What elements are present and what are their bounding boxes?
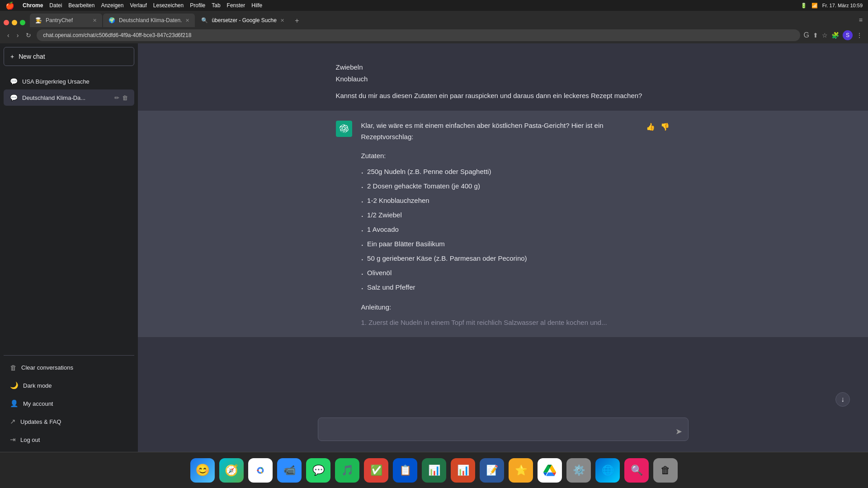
- chat-item-usa[interactable]: 💬 USA Bürgerkrieg Ursache: [4, 73, 134, 89]
- url-text: chat.openai.com/chat/c506dfd6-4f9a-40ff-…: [43, 32, 191, 38]
- external-link-icon: ↗: [10, 418, 16, 426]
- logout-button[interactable]: ⇥ Log out: [4, 431, 134, 448]
- tab-close-2[interactable]: ✕: [185, 18, 189, 23]
- ingredient-6: Ein paar Blätter Basilikum: [361, 238, 636, 251]
- thumbs-up-button[interactable]: 👍: [645, 122, 656, 132]
- tab-favicon-3: 🔍: [201, 17, 208, 23]
- dock-search[interactable]: 🔍: [624, 458, 649, 483]
- main-area: + New chat 💬 USA Bürgerkrieg Ursache 💬 D…: [0, 43, 868, 452]
- menu-tab[interactable]: Tab: [212, 2, 220, 9]
- window-minimize[interactable]: [12, 20, 17, 25]
- chat-area: Zwiebeln Knoblauch Kannst du mir aus die…: [138, 43, 868, 452]
- dock-browser2[interactable]: 🌐: [595, 458, 620, 483]
- chat-messages: Zwiebeln Knoblauch Kannst du mir aus die…: [138, 43, 868, 412]
- my-account-button[interactable]: 👤 My account: [4, 395, 134, 412]
- tab-label-1: PantryChef: [46, 17, 89, 23]
- anleitung-header: Anleitung:: [361, 301, 636, 313]
- menu-hilfe[interactable]: Hilfe: [251, 2, 262, 9]
- tab-expand-icon[interactable]: ≡: [857, 14, 864, 25]
- window-close[interactable]: [4, 20, 9, 25]
- dock-spotify[interactable]: 🎵: [335, 458, 359, 483]
- scroll-down-button[interactable]: ↓: [835, 392, 850, 407]
- menu-lesezeichen[interactable]: Lesezeichen: [153, 2, 184, 9]
- dock-trello[interactable]: 📋: [393, 458, 417, 483]
- dock-chrome[interactable]: [248, 458, 273, 483]
- new-tab-button[interactable]: +: [291, 14, 303, 27]
- menu-profile[interactable]: Profile: [190, 2, 205, 9]
- menu-datei[interactable]: Datei: [49, 2, 62, 9]
- ingredient-1: 250g Nudeln (z.B. Penne oder Spaghetti): [361, 166, 636, 178]
- tab-close-3[interactable]: ✕: [280, 18, 284, 23]
- thumbs-down-button[interactable]: 👎: [660, 122, 670, 132]
- menu-app-name[interactable]: Chrome: [23, 2, 43, 9]
- zutaten-header: Zutaten:: [361, 150, 636, 162]
- ingredient-2: 2 Dosen gehackte Tomaten (je 400 g): [361, 180, 636, 193]
- browser-chrome: 🧑‍🍳 PantryChef ✕ 🌍 Deutschland Klima-Dat…: [0, 11, 868, 43]
- clear-conversations-button[interactable]: 🗑 Clear conversations: [4, 359, 134, 376]
- dock-noteplan[interactable]: ⭐: [509, 458, 533, 483]
- send-button[interactable]: ➤: [675, 427, 682, 436]
- logout-icon: ⇥: [10, 436, 16, 444]
- tab-close-1[interactable]: ✕: [93, 18, 97, 23]
- dock-safari[interactable]: 🧭: [219, 458, 244, 483]
- tab-pantrychef[interactable]: 🧑‍🍳 PantryChef ✕: [30, 14, 102, 27]
- url-bar[interactable]: chat.openai.com/chat/c506dfd6-4f9a-40ff-…: [37, 29, 800, 41]
- tab-favicon-1: 🧑‍🍳: [35, 17, 42, 23]
- more-options-icon[interactable]: ⋮: [856, 32, 863, 39]
- svg-point-1: [259, 469, 262, 472]
- my-account-label: My account: [23, 400, 53, 407]
- dock-settings[interactable]: ⚙️: [566, 458, 591, 483]
- dock-powerpoint[interactable]: 📊: [451, 458, 475, 483]
- menu-verlauf[interactable]: Verlauf: [130, 2, 146, 9]
- apple-menu-icon[interactable]: 🍎: [5, 1, 14, 10]
- chat-item-deutschland[interactable]: 💬 Deutschland Klima-Da... ✏ 🗑: [4, 89, 134, 106]
- chat-bubble-icon-2: 💬: [10, 94, 18, 101]
- menu-bearbeiten[interactable]: Bearbeiten: [68, 2, 94, 9]
- google-icon[interactable]: G: [804, 31, 809, 39]
- user-icon: 👤: [10, 399, 19, 408]
- delete-chat-button[interactable]: 🗑: [122, 94, 128, 101]
- dock-whatsapp[interactable]: 💬: [306, 458, 330, 483]
- anleitung-text: 1. Zuerst die Nudeln in einem Topf mit r…: [361, 317, 636, 328]
- datetime: Fr. 17. März 10:59: [822, 3, 863, 8]
- tab-uebersetzer[interactable]: 🔍 übersetzer - Google Suche ✕: [196, 14, 289, 27]
- tab-deutschland[interactable]: 🌍 Deutschland Klima-Daten. ✕: [103, 14, 195, 27]
- sidebar: + New chat 💬 USA Bürgerkrieg Ursache 💬 D…: [0, 43, 138, 452]
- user-text-zwiebeln: Zwiebeln: [336, 61, 670, 73]
- back-button[interactable]: ‹: [5, 30, 11, 41]
- new-chat-label: New chat: [19, 53, 45, 60]
- bookmark-icon[interactable]: ☆: [822, 32, 828, 39]
- dock-excel[interactable]: 📊: [422, 458, 446, 483]
- extensions-icon[interactable]: 🧩: [831, 32, 839, 39]
- dock-todoist[interactable]: ✅: [364, 458, 388, 483]
- dock-zoom[interactable]: 📹: [277, 458, 302, 483]
- forward-button[interactable]: ›: [15, 30, 21, 41]
- updates-faq-button[interactable]: ↗ Updates & FAQ: [4, 413, 134, 430]
- clear-conversations-label: Clear conversations: [21, 364, 73, 371]
- user-text-question: Kannst du mir aus diesen Zutaten ein paa…: [336, 90, 670, 102]
- edit-chat-button[interactable]: ✏: [114, 94, 119, 101]
- menu-fenster[interactable]: Fenster: [227, 2, 245, 9]
- moon-icon: 🌙: [10, 381, 19, 389]
- user-text-knoblauch: Knoblauch: [336, 73, 670, 85]
- ingredient-7: 50 g geriebener Käse (z.B. Parmesan oder…: [361, 253, 636, 265]
- dock-finder[interactable]: 😊: [190, 458, 215, 483]
- window-maximize[interactable]: [20, 20, 25, 25]
- dock-drive[interactable]: [538, 458, 562, 483]
- ingredient-3: 1-2 Knoblauchzehen: [361, 195, 636, 207]
- dock-bar: 😊 🧭 📹 💬 🎵 ✅ 📋 📊 📊 📝 ⭐ ⚙️ 🌐 🔍 🗑: [0, 452, 868, 488]
- sidebar-bottom: 🗑 Clear conversations 🌙 Dark mode 👤 My a…: [4, 355, 134, 448]
- menu-anzeigen[interactable]: Anzeigen: [101, 2, 123, 9]
- assistant-message-block: Klar, wie wäre es mit einem einfachen ab…: [138, 111, 868, 338]
- dock-trash[interactable]: 🗑: [653, 458, 678, 483]
- trash-icon: 🗑: [10, 364, 17, 371]
- chat-list: 💬 USA Bürgerkrieg Ursache 💬 Deutschland …: [4, 73, 134, 355]
- share-icon[interactable]: ⬆: [813, 32, 818, 39]
- chat-input[interactable]: [318, 418, 689, 441]
- profile-icon[interactable]: S: [843, 30, 853, 40]
- new-chat-button[interactable]: + New chat: [4, 47, 134, 66]
- reload-button[interactable]: ↻: [24, 30, 33, 41]
- wifi-icon: 📶: [811, 3, 818, 9]
- dark-mode-button[interactable]: 🌙 Dark mode: [4, 377, 134, 394]
- dock-word[interactable]: 📝: [480, 458, 504, 483]
